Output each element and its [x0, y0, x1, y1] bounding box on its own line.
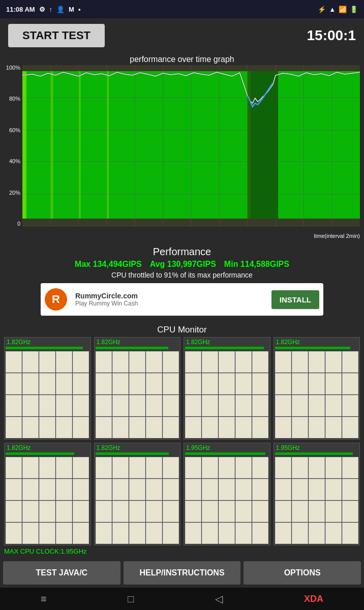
perf-max: Max 134,494GIPS [75, 260, 142, 269]
nav-bar: ≡ □ ◁ XDA [0, 588, 364, 610]
cpu-core-5-bar [6, 452, 74, 455]
menu-icon[interactable]: ≡ [41, 593, 47, 605]
y-label-100: 100% [6, 65, 20, 71]
email-icon: M [69, 6, 74, 13]
y-label-80: 80% [9, 96, 20, 102]
svg-rect-18 [50, 71, 53, 219]
max-cpu-clock-label: MAX CPU CLOCK:1.95GHz [0, 545, 364, 556]
cpu-core-7-bar [185, 452, 265, 455]
cpu-monitor-title: CPU Monitor [0, 322, 364, 337]
options-button[interactable]: OPTIONS [244, 561, 361, 585]
cpu-core-2: 1.82GHz [94, 337, 181, 440]
battery-icon: 🔋 [350, 6, 358, 13]
svg-rect-20 [107, 71, 109, 219]
y-label-40: 40% [9, 159, 20, 164]
perf-min: Min 114,588GIPS [224, 260, 289, 269]
bluetooth-icon: ⚡ [318, 6, 326, 13]
y-label-0: 0 [17, 221, 20, 227]
cpu-core-6-bar [96, 452, 169, 455]
cpu-core-4-cells [274, 350, 360, 439]
cpu-core-6-cells [95, 456, 180, 545]
cpu-core-3-cells [184, 350, 270, 439]
xda-logo: XDA [304, 594, 323, 604]
cpu-core-grid: 1.82GHz 1.82GHz 1.82GHz [0, 337, 364, 545]
cpu-core-4-freq: 1.82GHz [274, 338, 360, 347]
cpu-core-7-freq: 1.95GHz [184, 443, 270, 452]
cpu-core-3-freq: 1.82GHz [184, 338, 270, 347]
status-right: ⚡ ▲ 📶 🔋 [318, 6, 358, 13]
ad-install-button[interactable]: INSTALL [271, 290, 319, 309]
cpu-core-2-cells [95, 350, 180, 439]
cpu-core-4: 1.82GHz [274, 337, 360, 440]
home-icon[interactable]: □ [128, 593, 134, 605]
performance-stats: Max 134,494GIPS Avg 130,997GIPS Min 114,… [0, 260, 364, 269]
y-label-60: 60% [9, 128, 20, 133]
chart-x-label: time(interval 2min) [314, 233, 360, 239]
status-bar: 11:08 AM ⚙ ↑ 👤 M • ⚡ ▲ 📶 🔋 [0, 0, 364, 18]
dot-indicator: • [78, 6, 81, 13]
performance-chart: performance over time graph 100% 80% 60%… [0, 53, 364, 241]
signal-icon: 📶 [339, 6, 347, 13]
svg-rect-23 [248, 71, 278, 219]
status-left: 11:08 AM ⚙ ↑ 👤 M • [6, 6, 81, 13]
cpu-core-1-cells [5, 350, 90, 439]
chart-area [22, 65, 360, 227]
wifi-icon: ▲ [329, 6, 336, 13]
help-instructions-button[interactable]: HELP/INSTRUCTIONS [124, 561, 241, 585]
cpu-core-1-bar [6, 347, 83, 349]
test-java-button[interactable]: TEST JAVA/C [3, 561, 120, 585]
svg-rect-19 [79, 71, 81, 219]
start-test-button[interactable]: START TEST [8, 24, 105, 47]
chart-svg [22, 65, 360, 227]
chart-y-axis: 100% 80% 60% 40% 20% 0 [0, 65, 22, 227]
cpu-core-6-freq: 1.82GHz [95, 443, 180, 452]
cpu-core-7-cells [184, 456, 270, 545]
ad-text: RummyCircle.com Play Rummy Win Cash [71, 290, 271, 309]
throttle-text: CPU throttled to 91% of its max performa… [0, 271, 364, 279]
cpu-core-5-cells [5, 456, 90, 545]
top-bar: START TEST 15:00:1 [0, 18, 364, 53]
cpu-core-3-bar [185, 347, 264, 349]
cpu-core-8-cells [274, 456, 360, 545]
person-icon: 👤 [56, 6, 65, 13]
cpu-core-6: 1.82GHz [94, 443, 181, 545]
cpu-core-8: 1.95GHz [274, 443, 360, 545]
cpu-core-1-freq: 1.82GHz [5, 338, 90, 347]
cpu-monitor: CPU Monitor 1.82GHz 1.82GHz [0, 322, 364, 558]
ad-subtitle: Play Rummy Win Cash [75, 300, 267, 307]
cpu-core-7: 1.95GHz [184, 443, 270, 545]
cpu-core-2-bar [96, 347, 168, 349]
y-label-20: 20% [9, 190, 20, 196]
chart-title: performance over time graph [0, 55, 364, 64]
performance-title: Performance [0, 246, 364, 258]
upload-icon: ↑ [49, 6, 53, 13]
ad-title: RummyCircle.com [75, 292, 267, 300]
cpu-core-5-freq: 1.82GHz [5, 443, 90, 452]
timer-display: 15:00:1 [307, 27, 356, 44]
cpu-core-3: 1.82GHz [184, 337, 270, 440]
status-time: 11:08 AM [6, 6, 35, 13]
cpu-core-5: 1.82GHz [4, 443, 91, 545]
cpu-core-1: 1.82GHz [4, 337, 91, 440]
ad-banner[interactable]: R RummyCircle.com Play Rummy Win Cash IN… [41, 283, 323, 316]
ad-icon: R [41, 283, 71, 316]
ad-logo: R [45, 288, 67, 311]
cpu-core-8-bar [275, 452, 353, 455]
cpu-core-8-freq: 1.95GHz [274, 443, 360, 452]
cpu-core-4-bar [275, 347, 350, 349]
svg-rect-17 [22, 71, 26, 219]
settings-icon: ⚙ [39, 6, 45, 13]
bottom-buttons: TEST JAVA/C HELP/INSTRUCTIONS OPTIONS [0, 558, 364, 588]
perf-avg: Avg 130,997GIPS [150, 260, 216, 269]
back-icon[interactable]: ◁ [215, 593, 223, 605]
cpu-core-2-freq: 1.82GHz [95, 338, 180, 347]
performance-section: Performance Max 134,494GIPS Avg 130,997G… [0, 241, 364, 322]
